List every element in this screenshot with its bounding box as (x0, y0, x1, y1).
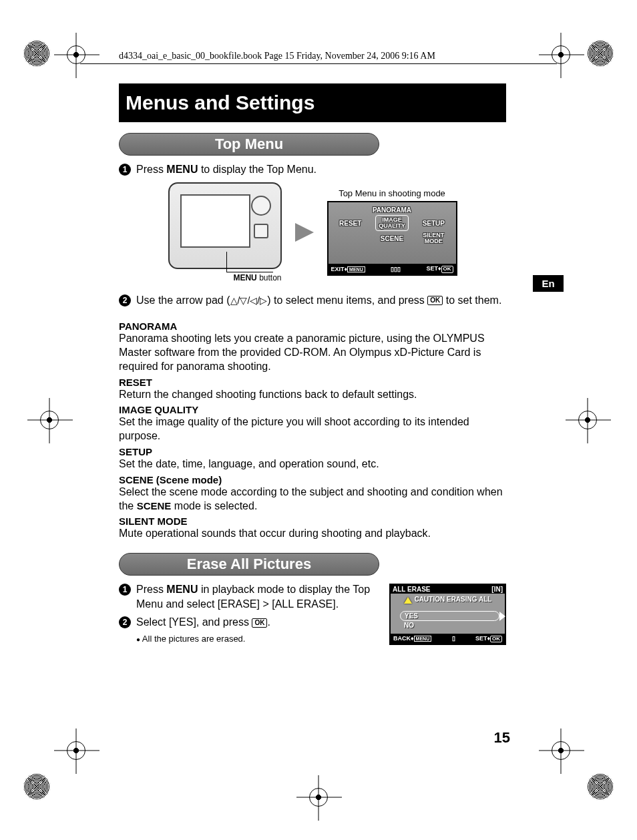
step-text: to set them. (443, 294, 501, 306)
arrow-pad-glyphs: △/▽/◁/▷ (230, 295, 268, 306)
lcd-warning: CAUTION ERASING ALL (391, 594, 505, 605)
lcd-title: ALL ERASE (393, 586, 431, 593)
registration-mark-icon (552, 45, 570, 64)
step-text: to display the Top Menu. (198, 164, 316, 175)
lcd-option-yes: YES (400, 611, 499, 621)
step-number-icon: 2 (119, 616, 131, 628)
chapter-title: Menus and Settings (119, 83, 506, 122)
registration-mark-icon (67, 45, 85, 64)
running-header: d4334_oai_e_basic_00_bookfile.book Page … (119, 51, 435, 61)
lcd-caption: Top Menu in shooting mode (339, 188, 445, 198)
figure-row: MENU button Top Menu in shooting mode PA… (119, 182, 506, 282)
step-text: Press (136, 164, 166, 175)
step-text: ) to select menu items, and press (267, 294, 427, 306)
term-setup: SETUP (119, 446, 506, 457)
lcd-item-reset: RESET (339, 220, 361, 227)
step-number-icon: 2 (119, 294, 131, 306)
term-panorama: PANORAMA (119, 321, 506, 332)
menu-button-caption: MENU button (168, 273, 282, 282)
registration-mark-icon (578, 411, 597, 429)
menu-keyword: MENU (166, 164, 198, 175)
lcd-option-no: NO (400, 621, 499, 630)
term-silent-mode-body: Mute operational sounds that occur durin… (119, 527, 506, 541)
registration-mark-icon (40, 411, 59, 429)
lcd-item-panorama: PANORAMA (373, 206, 411, 214)
registration-mark-icon (309, 788, 328, 807)
lcd-item-scene: SCENE (381, 235, 403, 242)
camera-illustration: MENU button (168, 182, 282, 282)
lcd-item-image-quality: IMAGEQUALITY (375, 215, 409, 231)
menu-keyword: MENU (166, 584, 198, 595)
step-2-top-menu: 2 Use the arrow pad (△/▽/◁/▷) to select … (119, 293, 506, 308)
crop-mark-icon (23, 773, 50, 800)
ok-button-icon: OK (252, 618, 267, 628)
crop-mark-icon (587, 773, 614, 800)
step-text: Use the arrow pad ( (136, 294, 230, 306)
language-tab: En (533, 275, 564, 292)
lcd-item-setup: SETUP (423, 220, 445, 227)
lcd-top-menu-figure: Top Menu in shooting mode PANORAMA RESET… (327, 188, 457, 276)
registration-mark-icon (67, 741, 85, 760)
term-silent-mode: SILENT MODE (119, 515, 506, 527)
term-image-quality: IMAGE QUALITY (119, 404, 506, 415)
term-panorama-body: Panorama shooting lets you create a pano… (119, 332, 506, 373)
term-reset: RESET (119, 377, 506, 388)
step-2-erase: 2 Select [YES], and press OK. (119, 615, 383, 630)
crop-mark-icon (23, 40, 50, 67)
scene-mode-glyph: SCENE (137, 500, 172, 511)
term-image-quality-body: Set the image quality of the picture you… (119, 415, 506, 443)
lcd-footer-bar: BACK♦MENU ▯ SET♦OK (391, 634, 505, 644)
step-1-top-menu: 1 Press MENU to display the Top Menu. (119, 162, 506, 177)
registration-mark-icon (552, 741, 570, 760)
section-heading-top-menu: Top Menu (119, 133, 379, 156)
card-icon: ▯▯▯ (391, 266, 401, 272)
card-icon: ▯ (452, 635, 455, 643)
lcd-memory-indicator: [IN] (491, 586, 503, 593)
lcd-erase-figure: ALL ERASE [IN] CAUTION ERASING ALL YES N… (389, 584, 506, 645)
step-1-erase: 1 Press MENU in playback mode to display… (119, 582, 383, 611)
term-scene-body: Select the scene mode according to the s… (119, 485, 506, 513)
crop-mark-icon (587, 40, 614, 67)
arrow-right-icon (295, 223, 314, 242)
step-number-icon: 1 (119, 164, 131, 176)
lcd-footer-bar: EXIT♦MENU ▯▯▯ SET♦OK (329, 264, 456, 274)
warning-triangle-icon (404, 597, 412, 604)
header-rule (80, 63, 557, 64)
page-number: 15 (494, 729, 510, 747)
section-heading-erase-all: Erase All Pictures (119, 553, 379, 576)
lcd-item-silent-mode: SILENTMODE (423, 232, 444, 244)
term-reset-body: Return the changed shooting functions ba… (119, 388, 506, 402)
ok-button-icon: OK (427, 296, 443, 305)
step-number-icon: 1 (119, 584, 131, 596)
term-setup-body: Set the date, time, language, and operat… (119, 457, 506, 471)
term-scene: SCENE (Scene mode) (119, 474, 506, 485)
